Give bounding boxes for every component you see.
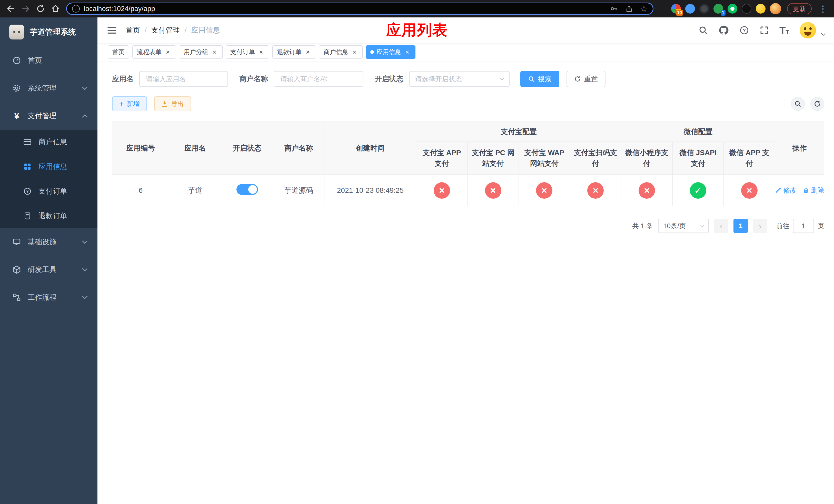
extension-icon-emoji[interactable] <box>756 4 766 14</box>
extension-badge-2: 1 <box>721 10 725 16</box>
breadcrumb-home[interactable]: 首页 <box>126 25 140 35</box>
address-bar[interactable]: i localhost:1024/pay/app ☆ <box>66 3 654 15</box>
browser-update-button[interactable]: 更新 <box>787 3 812 14</box>
col-header-merchant: 商户名称 <box>273 122 324 175</box>
sidebar-item-system[interactable]: 系统管理 <box>0 74 97 102</box>
sidebar-item-infrastructure[interactable]: 基础设施 <box>0 228 97 256</box>
font-size-icon[interactable]: TT <box>780 25 789 36</box>
col-header-alipay-qr: 支付宝扫码支付 <box>570 142 621 175</box>
add-button[interactable]: + 新增 <box>112 96 147 111</box>
table-tools <box>791 97 824 111</box>
tab-app-info[interactable]: 应用信息 × <box>366 45 415 59</box>
tab-refund-order[interactable]: 退款订单 × <box>272 45 316 59</box>
extension-icon-colorful[interactable]: 10 <box>671 4 681 14</box>
chevron-down-icon[interactable] <box>821 31 826 36</box>
sidebar-item-pay-order[interactable]: ¥ 支付订单 <box>0 179 97 204</box>
extension-icon-pin[interactable] <box>742 4 751 14</box>
extension-icon-dark[interactable] <box>699 4 709 14</box>
page-number-1[interactable]: 1 <box>733 219 748 233</box>
refresh-button[interactable] <box>810 97 824 111</box>
sidebar-item-dev-tools[interactable]: 研发工具 <box>0 256 97 283</box>
status-toggle[interactable] <box>237 184 258 195</box>
help-icon[interactable]: ? <box>739 25 749 35</box>
delete-link[interactable]: 删除 <box>803 186 824 195</box>
browser-reload-button[interactable] <box>34 2 47 15</box>
row-actions: 修改 删除 <box>777 186 822 195</box>
col-header-app-name: 应用名 <box>169 122 221 175</box>
page-size-select[interactable]: 10条/页 <box>658 219 709 233</box>
tab-home[interactable]: 首页 <box>108 45 129 59</box>
chevron-down-icon <box>82 84 87 90</box>
chevron-down-icon <box>82 266 87 271</box>
bookmark-star-icon[interactable]: ☆ <box>640 5 648 13</box>
tab-pay-order[interactable]: 支付订单 × <box>226 45 269 59</box>
col-header-actions: 操作 <box>775 122 824 175</box>
tab-user-group[interactable]: 用户分组 × <box>179 45 223 59</box>
chevron-up-icon <box>82 114 87 120</box>
sidebar-item-app-info[interactable]: 应用信息 <box>0 154 97 179</box>
cell-status <box>221 175 273 206</box>
svg-text:?: ? <box>743 28 746 33</box>
close-icon[interactable]: × <box>211 48 218 55</box>
browser-forward-button[interactable] <box>19 2 32 15</box>
close-icon[interactable]: × <box>351 48 358 55</box>
site-info-icon[interactable]: i <box>72 5 80 13</box>
sidebar-collapse-icon[interactable] <box>106 25 117 36</box>
fullscreen-icon[interactable] <box>760 25 769 35</box>
github-icon[interactable] <box>718 25 729 36</box>
sidebar-item-merchant-info[interactable]: 商户信息 <box>0 130 97 154</box>
breadcrumb: 首页 / 支付管理 / 应用信息 <box>126 25 220 35</box>
app-name-input[interactable] <box>139 71 228 87</box>
close-icon[interactable]: × <box>164 48 171 55</box>
search-icon[interactable] <box>698 25 708 35</box>
navbar: 首页 / 支付管理 / 应用信息 应用列表 ? T <box>97 18 834 43</box>
wx-app-status-icon: × <box>741 182 758 199</box>
col-header-wx-mini: 微信小程序支付 <box>621 142 673 175</box>
share-icon[interactable] <box>625 5 633 13</box>
merchant-name-input[interactable] <box>273 71 364 87</box>
browser-home-button[interactable] <box>49 2 62 15</box>
sidebar-item-workflow[interactable]: 工作流程 <box>0 283 97 311</box>
goto-page-input[interactable] <box>793 219 814 233</box>
chevron-down-icon <box>82 294 87 299</box>
app-logo <box>9 25 24 40</box>
reset-button[interactable]: 重置 <box>567 71 606 87</box>
tab-process-form[interactable]: 流程表单 × <box>132 45 176 59</box>
sidebar-item-home[interactable]: 首页 <box>0 47 97 74</box>
user-avatar[interactable] <box>799 22 816 39</box>
close-icon[interactable]: × <box>304 48 311 55</box>
goto-unit-label: 页 <box>818 222 824 230</box>
cell-created: 2021-10-23 08:49:25 <box>324 175 416 206</box>
extension-icon-wechat[interactable] <box>728 4 737 14</box>
search-button[interactable]: 搜索 <box>520 71 559 87</box>
dashboard-icon <box>11 55 22 66</box>
credit-card-icon <box>22 137 33 147</box>
tab-merchant-info[interactable]: 商户信息 × <box>319 45 363 59</box>
prev-page-button[interactable]: ‹ <box>714 219 728 233</box>
password-key-icon[interactable] <box>610 5 618 13</box>
extension-icon-green[interactable]: 1 <box>714 4 723 14</box>
search-form: 应用名 商户名称 开启状态 请选择开启状态 搜索 重置 <box>112 71 824 87</box>
browser-back-button[interactable] <box>4 2 18 15</box>
sidebar-item-refund-order[interactable]: 退款订单 <box>0 204 97 228</box>
export-button[interactable]: 导出 <box>154 96 191 111</box>
document-icon <box>22 210 33 221</box>
pagination: 共 1 条 10条/页 ‹ 1 › 前往 页 <box>112 219 824 233</box>
page-title-annotation: 应用列表 <box>386 20 448 40</box>
edit-link[interactable]: 修改 <box>775 186 796 195</box>
status-select[interactable]: 请选择开启状态 <box>409 71 510 87</box>
active-dot <box>370 50 374 54</box>
browser-profile-avatar[interactable] <box>770 3 781 14</box>
alipay-qr-status-icon: × <box>587 182 604 199</box>
breadcrumb-current: 应用信息 <box>191 25 220 35</box>
toggle-search-button[interactable] <box>791 97 805 111</box>
browser-menu-icon[interactable]: ⋮ <box>816 4 830 14</box>
sidebar-item-payment[interactable]: ¥ 支付管理 <box>0 102 97 130</box>
next-page-button[interactable]: › <box>753 219 767 233</box>
close-icon[interactable]: × <box>404 48 411 55</box>
browser-chrome: i localhost:1024/pay/app ☆ 10 1 更新 ⋮ <box>0 0 834 18</box>
close-icon[interactable]: × <box>258 48 265 55</box>
browser-extensions-area: 10 1 更新 ⋮ <box>671 3 830 14</box>
url-text[interactable]: localhost:1024/pay/app <box>84 5 606 13</box>
extension-icon-blue[interactable] <box>685 4 695 14</box>
